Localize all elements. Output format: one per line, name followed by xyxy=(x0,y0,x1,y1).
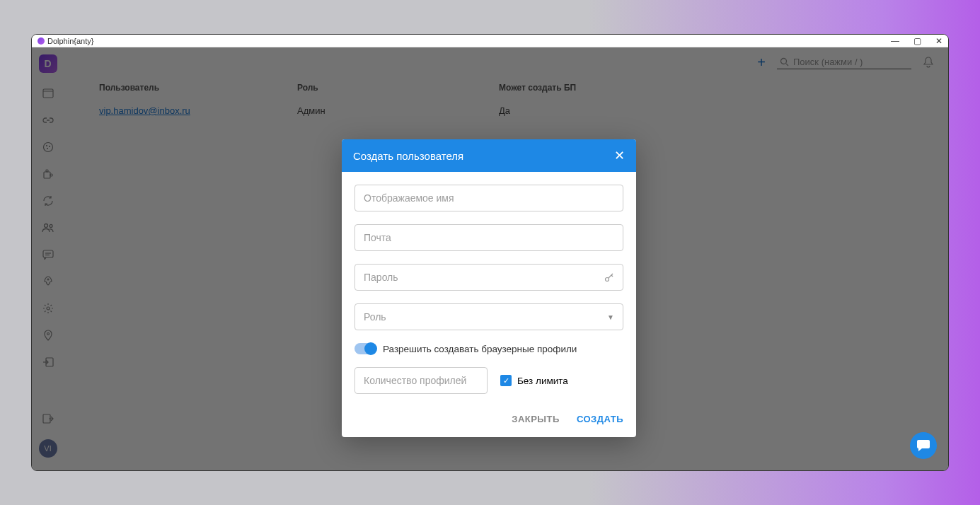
allow-profiles-toggle-row: Разрешить создавать браузерные профили xyxy=(354,343,623,354)
close-window-button[interactable]: ✕ xyxy=(935,36,942,46)
role-select-label: Роль xyxy=(364,311,386,323)
allow-profiles-toggle[interactable] xyxy=(354,343,376,354)
email-field[interactable] xyxy=(354,224,623,251)
no-limit-checkbox-wrap[interactable]: ✓ Без лимита xyxy=(500,375,568,386)
cancel-button[interactable]: ЗАКРЫТЬ xyxy=(512,414,560,424)
window-title: Dolphin{anty} xyxy=(47,37,891,45)
no-limit-checkbox[interactable]: ✓ xyxy=(500,375,512,386)
window-controls: — ▢ ✕ xyxy=(891,36,942,46)
profiles-count-row: ✓ Без лимита xyxy=(354,367,623,394)
dialog-body: Роль ▼ Разрешить создавать браузерные пр… xyxy=(342,172,636,401)
profiles-count-input[interactable] xyxy=(364,375,478,386)
toggle-knob xyxy=(364,342,377,355)
email-input[interactable] xyxy=(364,232,614,243)
maximize-button[interactable]: ▢ xyxy=(913,36,921,46)
display-name-field[interactable] xyxy=(354,185,623,211)
support-chat-button[interactable] xyxy=(910,432,937,459)
dialog-close-button[interactable]: ✕ xyxy=(614,148,625,163)
password-input[interactable] xyxy=(364,272,604,283)
dialog-title: Создать пользователя xyxy=(353,150,463,162)
svg-point-21 xyxy=(606,278,609,281)
display-name-input[interactable] xyxy=(364,192,614,204)
chevron-down-icon: ▼ xyxy=(607,313,614,321)
key-icon[interactable] xyxy=(604,272,614,282)
dialog-footer: ЗАКРЫТЬ СОЗДАТЬ xyxy=(342,401,636,437)
svg-line-23 xyxy=(611,275,613,277)
titlebar: Dolphin{anty} — ▢ ✕ xyxy=(32,35,948,47)
titlebar-app-icon xyxy=(38,37,45,45)
profiles-count-field[interactable] xyxy=(354,367,488,394)
create-user-dialog: Создать пользователя ✕ Роль ▼ xyxy=(342,139,636,437)
minimize-button[interactable]: — xyxy=(891,36,899,46)
app-window: Dolphin{anty} — ▢ ✕ D xyxy=(31,34,949,471)
role-select[interactable]: Роль ▼ xyxy=(354,303,623,330)
no-limit-label: Без лимита xyxy=(517,376,568,386)
allow-profiles-label: Разрешить создавать браузерные профили xyxy=(383,344,577,354)
password-field[interactable] xyxy=(354,264,623,291)
dialog-header: Создать пользователя ✕ xyxy=(342,139,636,172)
create-button[interactable]: СОЗДАТЬ xyxy=(577,414,623,424)
